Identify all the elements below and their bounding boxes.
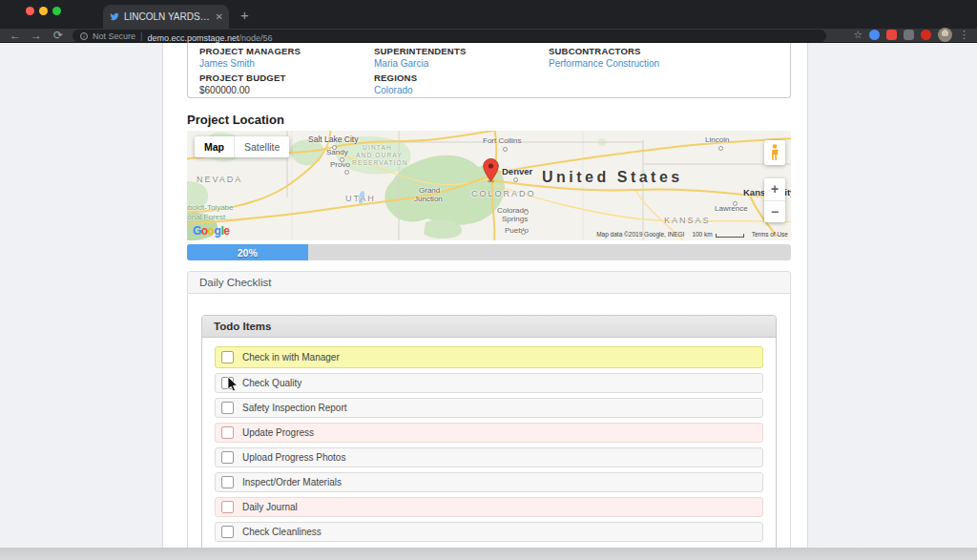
map-label: Denver <box>502 166 532 176</box>
bookmark-star-icon[interactable]: ☆ <box>853 29 863 41</box>
browser-tab[interactable]: LINCOLN YARDS | Executive Co ✕ <box>103 5 229 29</box>
detail-field: PROJECT BUDGET$600000.00 <box>199 73 374 99</box>
todo-item-label: Update Progress <box>242 427 314 438</box>
detail-field-link[interactable]: James Smith <box>199 58 255 69</box>
reload-icon[interactable]: ⟳ <box>53 28 63 43</box>
map-label: UINTAH <box>363 144 392 151</box>
todo-checkbox[interactable] <box>221 501 234 513</box>
todo-item-label: Check Quality <box>242 378 301 388</box>
todo-item-row[interactable]: Inspect/Order Materials <box>215 472 763 492</box>
map-label: NEVADA <box>197 175 242 184</box>
browser-tab-bar: LINCOLN YARDS | Executive Co ✕ + <box>0 0 977 29</box>
map-city-dot <box>718 146 723 151</box>
new-tab-button[interactable]: + <box>240 7 249 23</box>
todo-checkbox[interactable] <box>221 526 234 538</box>
todo-item-row[interactable]: Upload Progress Photos <box>215 447 763 467</box>
todo-item-label: Check Cleanliness <box>242 527 322 537</box>
todo-item-row[interactable]: Daily Journal <box>215 497 763 517</box>
todo-checkbox[interactable] <box>221 402 234 414</box>
detail-field-value: James Smith <box>199 58 374 69</box>
map-scale-label: 100 km <box>692 231 712 238</box>
todo-item-row[interactable]: Check in with Manager <box>215 346 763 368</box>
detail-field-label: PROJECT BUDGET <box>199 73 374 83</box>
content-column: PROJECT MANAGERSJames SmithSUPERINTENDEN… <box>162 43 808 560</box>
todo-checkbox[interactable] <box>221 426 234 439</box>
browser-menu-icon[interactable]: ⋮ <box>959 29 969 41</box>
map-label: Salt Lake City <box>308 135 358 144</box>
project-location-heading: Project Location <box>187 113 791 127</box>
zoom-in-button[interactable]: + <box>764 178 785 201</box>
map-label: Grand <box>419 186 440 195</box>
detail-field-value: $600000.00 <box>199 85 374 95</box>
tab-close-icon[interactable]: ✕ <box>216 11 223 22</box>
todo-item-label: Daily Journal <box>242 502 298 512</box>
todo-checkbox[interactable] <box>221 476 234 488</box>
macos-fullscreen-button[interactable] <box>52 7 61 15</box>
extension-icon-blue[interactable] <box>869 30 880 40</box>
detail-field-link[interactable]: Performance Construction <box>549 58 659 69</box>
google-map[interactable]: Salt Lake CitySandyProvoUINTAHAND OURAYR… <box>187 131 791 240</box>
omnibox-separator: | <box>140 31 142 41</box>
todo-item-label: Inspect/Order Materials <box>242 477 342 487</box>
mouse-cursor <box>227 376 239 393</box>
map-zoom-control: + − <box>764 178 785 222</box>
map-label: RESERVATION <box>352 159 408 166</box>
zoom-out-button[interactable]: − <box>764 201 785 223</box>
map-city-dot <box>524 210 529 215</box>
project-progress-bar: 20% <box>187 244 791 260</box>
extension-icon-red-badge[interactable] <box>886 30 897 40</box>
map-label: UTAH <box>345 194 376 203</box>
site-favicon-bird-icon <box>109 11 119 22</box>
google-logo[interactable]: Google <box>193 224 229 238</box>
screenshot: LINCOLN YARDS | Executive Co ✕ + ← → ⟳ i… <box>0 0 977 560</box>
address-bar[interactable]: i Not Secure | demo.ecc.pomstage.net/nod… <box>73 30 826 42</box>
extension-icon-gray[interactable] <box>904 30 914 40</box>
todo-item-label: Upload Progress Photos <box>242 452 345 463</box>
terms-of-use-link[interactable]: Terms of Use <box>752 231 788 238</box>
url-path: /node/56 <box>239 33 272 43</box>
todo-item-row[interactable]: Check Quality <box>215 373 763 393</box>
map-label: Humboldt-Toiyabe <box>187 203 233 212</box>
security-label: Not Secure <box>93 31 135 41</box>
macos-minimize-button[interactable] <box>39 7 48 15</box>
map-view-button[interactable]: Map <box>195 136 235 157</box>
todo-item-row[interactable]: Check Cleanliness <box>215 522 763 542</box>
macos-close-button[interactable] <box>26 7 34 15</box>
detail-field: SUPERINTENDENTSMaria Garcia <box>374 46 549 73</box>
detail-field-label: SUPERINTENDENTS <box>374 46 549 56</box>
map-scale-bar: 100 km <box>692 231 743 238</box>
map-location-pin[interactable] <box>483 158 499 183</box>
detail-field-label: PROJECT MANAGERS <box>199 46 374 56</box>
detail-field: PROJECT MANAGERSJames Smith <box>199 46 374 73</box>
detail-field: REGIONSColorado <box>374 73 549 99</box>
map-label: Lincoln <box>705 135 729 144</box>
detail-field-value: Colorado <box>374 85 549 95</box>
detail-field-label: REGIONS <box>374 73 549 83</box>
detail-field-link[interactable]: Maria Garcia <box>374 58 428 69</box>
project-details-card: PROJECT MANAGERSJames SmithSUPERINTENDEN… <box>187 43 791 98</box>
todo-checkbox[interactable] <box>221 351 234 363</box>
todo-item-row[interactable]: Safety Inspection Report <box>215 398 763 418</box>
tab-title: LINCOLN YARDS | Executive Co <box>124 11 211 22</box>
daily-checklist-header[interactable]: Daily Checklist <box>187 271 791 294</box>
not-secure-info-icon[interactable]: i <box>80 32 88 40</box>
map-label: Sandy <box>326 148 348 156</box>
todo-checkbox[interactable] <box>221 451 234 464</box>
map-label: Junction <box>414 195 443 203</box>
street-view-pegman-button[interactable] <box>764 140 785 165</box>
detail-field-link[interactable]: Colorado <box>374 85 413 95</box>
map-label: Lawrence <box>715 204 748 213</box>
profile-avatar[interactable] <box>938 28 952 42</box>
todo-item-row[interactable]: Update Progress <box>215 423 763 443</box>
todo-item-label: Check in with Manager <box>242 352 340 363</box>
back-icon[interactable]: ← <box>10 28 21 43</box>
extension-icon-red-round[interactable] <box>921 30 931 40</box>
progress-fill: 20% <box>187 244 308 260</box>
forward-icon[interactable]: → <box>31 28 42 43</box>
satellite-view-button[interactable]: Satellite <box>235 136 289 157</box>
map-label: Fort Collins <box>483 136 521 145</box>
detail-field-label: SUBCONTRACTORS <box>549 46 779 56</box>
bottom-edge-band <box>0 548 977 560</box>
map-label: Provo <box>330 160 350 169</box>
map-city-dot <box>513 177 518 182</box>
